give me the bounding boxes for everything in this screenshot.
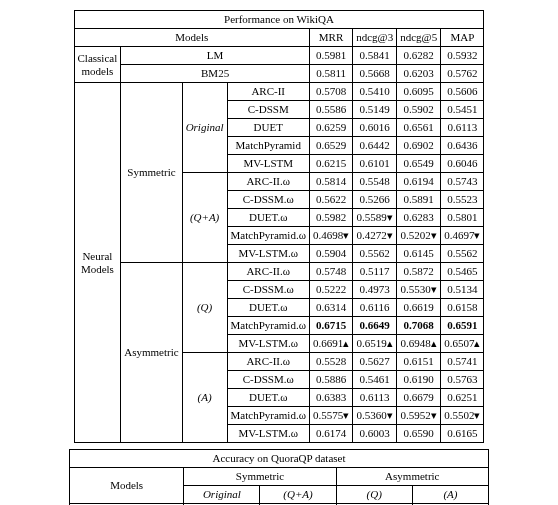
cell: 0.6151 [397, 353, 441, 371]
model-name: MV-LSTM.ω [227, 335, 309, 353]
cell: 0.6174 [309, 425, 352, 443]
cell: 0.6251 [441, 389, 484, 407]
cell: 0.5134 [441, 281, 484, 299]
cell: 0.5461 [353, 371, 397, 389]
cell: 0.6948▴ [397, 335, 441, 353]
cell: 0.6016 [353, 119, 397, 137]
model-name: ARC-II.ω [227, 353, 309, 371]
quoraqp-table: Accuracy on QuoraQP dataset Models Symme… [69, 449, 489, 505]
hdr-ndcg5: ndcg@5 [397, 29, 441, 47]
model-name: MatchPyramid.ω [227, 407, 309, 425]
sub-qa: (Q+A) [182, 173, 227, 263]
sym-group: Symmetric [121, 83, 182, 263]
cell: 0.5562 [441, 245, 484, 263]
classical-group: Classicalmodels [74, 47, 121, 83]
table1-title: Performance on WikiQA [74, 11, 484, 29]
cell: 0.5523 [441, 191, 484, 209]
cell: 0.6591 [441, 317, 484, 335]
cell: 0.5502▾ [441, 407, 484, 425]
cell: 0.5451 [441, 101, 484, 119]
model-name: C-DSSM.ω [227, 281, 309, 299]
cell: 0.5589▾ [353, 209, 397, 227]
cell: 0.5548 [353, 173, 397, 191]
sub-q: (Q) [182, 263, 227, 353]
cell: 0.5886 [309, 371, 352, 389]
model-name: C-DSSM.ω [227, 191, 309, 209]
cell: 0.5982 [309, 209, 352, 227]
cell: 0.6561 [397, 119, 441, 137]
cell: 0.5743 [441, 173, 484, 191]
cell: 0.6215 [309, 155, 352, 173]
cell: 0.5748 [309, 263, 352, 281]
cell: 0.6314 [309, 299, 352, 317]
cell: 0.5627 [353, 353, 397, 371]
cell: 0.6282 [397, 47, 441, 65]
model-name: MatchPyramid [227, 137, 309, 155]
cell: 0.6113 [441, 119, 484, 137]
cell: 0.6519▴ [353, 335, 397, 353]
cell: 0.5562 [353, 245, 397, 263]
model-name: MV-LSTM.ω [227, 245, 309, 263]
hdr-asym: Asymmetric [336, 468, 488, 486]
hdr-sym: Symmetric [184, 468, 336, 486]
cell: 0.5952▾ [397, 407, 441, 425]
cell: 0.6158 [441, 299, 484, 317]
cell: 0.6590 [397, 425, 441, 443]
cell: 0.6679 [397, 389, 441, 407]
neural-group: NeuralModels [74, 83, 121, 443]
cell: 0.5222 [309, 281, 352, 299]
cell: 0.6529 [309, 137, 352, 155]
model-name: DUET.ω [227, 389, 309, 407]
cell: 0.6902 [397, 137, 441, 155]
cell: 0.4272▾ [353, 227, 397, 245]
cell: 0.5902 [397, 101, 441, 119]
cell: 0.5410 [353, 83, 397, 101]
cell: 0.5149 [353, 101, 397, 119]
bm25-name: BM25 [121, 65, 310, 83]
sub-a: (A) [412, 486, 488, 504]
model-name: MV-LSTM.ω [227, 425, 309, 443]
cell: 0.6283 [397, 209, 441, 227]
model-name: ARC-II.ω [227, 263, 309, 281]
lm-name: LM [121, 47, 310, 65]
cell: 0.4697▾ [441, 227, 484, 245]
cell: 0.6549 [397, 155, 441, 173]
model-name: MatchPyramid.ω [227, 227, 309, 245]
cell: 0.4698▾ [309, 227, 352, 245]
cell: 0.4973 [353, 281, 397, 299]
cell: 0.5763 [441, 371, 484, 389]
cell: 0.5528 [309, 353, 352, 371]
cell: 0.5932 [441, 47, 484, 65]
cell: 0.6194 [397, 173, 441, 191]
cell: 0.6190 [397, 371, 441, 389]
model-name: C-DSSM.ω [227, 371, 309, 389]
model-name: ARC-II [227, 83, 309, 101]
cell: 0.6383 [309, 389, 352, 407]
cell: 0.6442 [353, 137, 397, 155]
cell: 0.5981 [309, 47, 352, 65]
sub-original: Original [182, 83, 227, 173]
cell: 0.5606 [441, 83, 484, 101]
cell: 0.6003 [353, 425, 397, 443]
cell: 0.5360▾ [353, 407, 397, 425]
cell: 0.5811 [309, 65, 352, 83]
sub-a: (A) [182, 353, 227, 443]
cell: 0.5530▾ [397, 281, 441, 299]
cell: 0.5668 [353, 65, 397, 83]
cell: 0.5575▾ [309, 407, 352, 425]
cell: 0.5872 [397, 263, 441, 281]
table2-title: Accuracy on QuoraQP dataset [70, 450, 489, 468]
model-name: ARC-II.ω [227, 173, 309, 191]
hdr-models: Models [70, 468, 184, 504]
hdr-map: MAP [441, 29, 484, 47]
cell: 0.5202▾ [397, 227, 441, 245]
cell: 0.5762 [441, 65, 484, 83]
hdr-models: Models [74, 29, 309, 47]
cell: 0.5586 [309, 101, 352, 119]
cell: 0.6095 [397, 83, 441, 101]
sub-qa: (Q+A) [260, 486, 336, 504]
cell: 0.6619 [397, 299, 441, 317]
cell: 0.6436 [441, 137, 484, 155]
cell: 0.5891 [397, 191, 441, 209]
cell: 0.5465 [441, 263, 484, 281]
